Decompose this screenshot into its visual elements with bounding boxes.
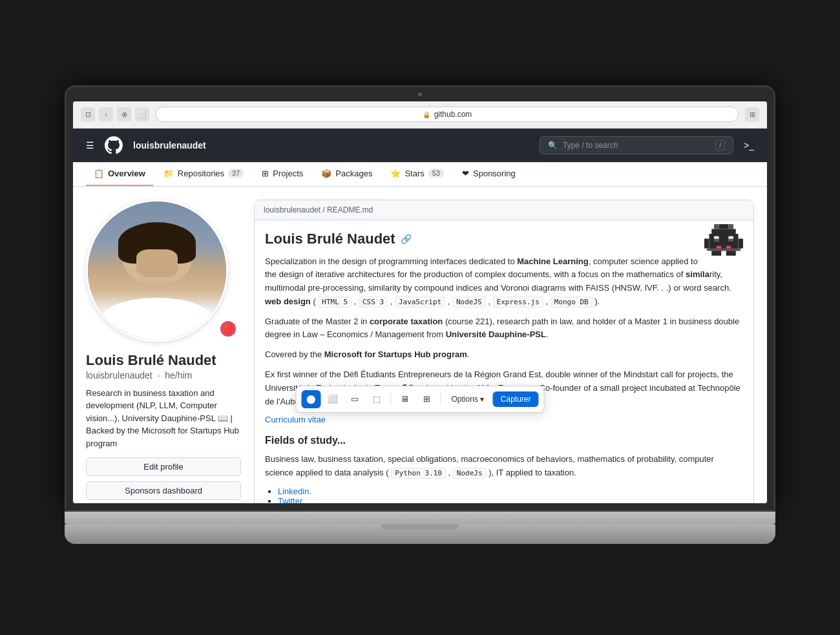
address-bar[interactable]: 🔒 github.com bbox=[156, 107, 739, 122]
sponsors-dashboard-button[interactable]: Sponsors dashboard bbox=[86, 481, 241, 500]
nav-repositories[interactable]: 📁 Repositories 37 bbox=[156, 162, 252, 186]
search-icon: 🔍 bbox=[548, 141, 558, 150]
svg-rect-13 bbox=[711, 251, 721, 256]
github-page: ☰ louisbrulenaudet 🔍 Type / to search / … bbox=[73, 129, 767, 503]
readme-card: louisbrulenaudet / README.md bbox=[254, 200, 754, 503]
svg-rect-7 bbox=[714, 238, 719, 241]
github-logo bbox=[105, 136, 123, 154]
toolbar-options-btn[interactable]: Options ▾ bbox=[445, 392, 490, 406]
chevron-down-icon: ▾ bbox=[480, 395, 484, 404]
search-placeholder: Type / to search bbox=[563, 141, 618, 150]
nav-projects[interactable]: ⊞ Projects bbox=[254, 162, 311, 186]
readme-title: Louis Brulé Naudet 🔗 bbox=[265, 231, 698, 247]
laptop-bottom bbox=[65, 525, 775, 544]
linkedin-link[interactable]: Linkedin. bbox=[278, 486, 311, 496]
toolbar-capture-btn[interactable]: Capturer bbox=[493, 391, 539, 407]
terminal-icon[interactable]: >_ bbox=[744, 140, 754, 151]
octocat-pixel-art bbox=[704, 224, 743, 263]
laptop-base bbox=[65, 512, 775, 550]
achievement-badge: 🔴 bbox=[220, 321, 236, 337]
toolbar-split-btn[interactable]: ⊞ bbox=[417, 390, 436, 408]
readme-para-3: Covered by the Microsoft for Startups Hu… bbox=[265, 348, 743, 362]
lock-icon: 🔒 bbox=[423, 111, 430, 118]
cv-link-line: Curriculum vitae bbox=[265, 415, 743, 424]
packages-icon: 📦 bbox=[321, 169, 331, 178]
profile-nav: 📋 Overview 📁 Repositories 37 ⊞ Projects … bbox=[73, 162, 767, 187]
svg-rect-16 bbox=[726, 245, 731, 248]
tab-btn[interactable]: ⬜ bbox=[135, 107, 149, 121]
laptop-hinge bbox=[65, 512, 775, 525]
fields-title: Fields of study... bbox=[265, 432, 743, 449]
overview-icon: 📋 bbox=[94, 169, 104, 178]
toolbar-rounded-btn[interactable]: ▭ bbox=[345, 390, 364, 408]
svg-rect-3 bbox=[711, 229, 736, 234]
cv-link[interactable]: Curriculum vitae bbox=[265, 415, 326, 424]
readme-para-2: Graduate of the Master 2 in corporate ta… bbox=[265, 315, 743, 342]
readme-section: louisbrulenaudet / README.md bbox=[254, 200, 754, 503]
extensions-btn[interactable]: ⊞ bbox=[745, 107, 759, 121]
svg-rect-1 bbox=[714, 224, 719, 229]
edit-profile-button[interactable]: Edit profile bbox=[86, 457, 241, 476]
toolbar-window-btn[interactable]: ⬜ bbox=[323, 390, 342, 408]
nav-packages[interactable]: 📦 Packages bbox=[313, 162, 380, 186]
toolbar-separator-2 bbox=[440, 393, 441, 406]
nav-stars[interactable]: ⭐ Stars 53 bbox=[383, 162, 452, 186]
sponsoring-icon: ❤ bbox=[462, 169, 469, 178]
toolbar-monitor-btn[interactable]: 🖥 bbox=[395, 390, 414, 408]
back-btn[interactable]: ‹ bbox=[99, 107, 113, 121]
svg-rect-11 bbox=[739, 238, 744, 248]
svg-rect-12 bbox=[707, 248, 741, 251]
profile-name: Louis Brulé Naudet bbox=[86, 352, 241, 369]
readme-para-1: Specialization in the design of programm… bbox=[265, 255, 743, 309]
browser-controls: ⊡ ‹ ⊕ ⬜ bbox=[81, 107, 149, 121]
url-text: github.com bbox=[434, 110, 472, 119]
twitter-link[interactable]: Twitter. bbox=[278, 496, 304, 503]
anchor-icon: 🔗 bbox=[401, 234, 412, 244]
capture-toolbar: ⬤ ⬜ ▭ ⬚ 🖥 ⊞ Options ▾ Capturer bbox=[295, 386, 544, 413]
nav-overview[interactable]: 📋 Overview bbox=[86, 162, 153, 186]
projects-icon: ⊞ bbox=[262, 169, 269, 178]
svg-rect-8 bbox=[729, 238, 734, 241]
camera-dot bbox=[418, 92, 422, 96]
readme-header: louisbrulenaudet / README.md bbox=[255, 200, 753, 220]
laptop-notch bbox=[381, 525, 459, 530]
github-header: ☰ louisbrulenaudet 🔍 Type / to search / … bbox=[73, 129, 767, 162]
profile-sidebar: 🔴 Louis Brulé Naudet louisbrulenaudet · … bbox=[86, 200, 241, 503]
avatar bbox=[86, 200, 228, 342]
search-hint: / bbox=[715, 140, 725, 151]
readme-body: Louis Brulé Naudet 🔗 Specialization in t… bbox=[255, 220, 753, 503]
svg-rect-15 bbox=[717, 245, 722, 248]
reader-btn[interactable]: ⊕ bbox=[117, 107, 131, 121]
header-username[interactable]: louisbrulenaudet bbox=[133, 140, 206, 151]
browser-chrome: ⊡ ‹ ⊕ ⬜ 🔒 github.com ⊞ bbox=[73, 101, 767, 129]
main-content: 🔴 Louis Brulé Naudet louisbrulenaudet · … bbox=[73, 187, 767, 503]
nav-sponsoring[interactable]: ❤ Sponsoring bbox=[454, 162, 523, 186]
toolbar-separator-1 bbox=[390, 393, 391, 406]
stars-icon: ⭐ bbox=[390, 169, 401, 178]
repo-icon: 📁 bbox=[163, 169, 174, 178]
profile-username: louisbrulenaudet · he/him bbox=[86, 370, 241, 380]
svg-rect-10 bbox=[704, 238, 709, 248]
fields-text: Business law, business taxation, special… bbox=[265, 453, 743, 480]
links-list: Linkedin. Twitter. bbox=[278, 486, 743, 503]
svg-rect-14 bbox=[726, 251, 736, 256]
svg-rect-0 bbox=[719, 224, 729, 229]
profile-bio: Research in business taxation and develo… bbox=[86, 387, 241, 450]
svg-rect-4 bbox=[709, 234, 739, 244]
search-bar[interactable]: 🔍 Type / to search / bbox=[540, 136, 733, 154]
avatar-container: 🔴 bbox=[86, 200, 241, 342]
toolbar-dashed-btn[interactable]: ⬚ bbox=[367, 390, 386, 408]
svg-rect-2 bbox=[729, 224, 734, 229]
toolbar-fullscreen-btn[interactable]: ⬤ bbox=[301, 390, 320, 408]
sidebar-toggle-btn[interactable]: ⊡ bbox=[81, 107, 95, 121]
hamburger-icon[interactable]: ☰ bbox=[86, 140, 94, 151]
